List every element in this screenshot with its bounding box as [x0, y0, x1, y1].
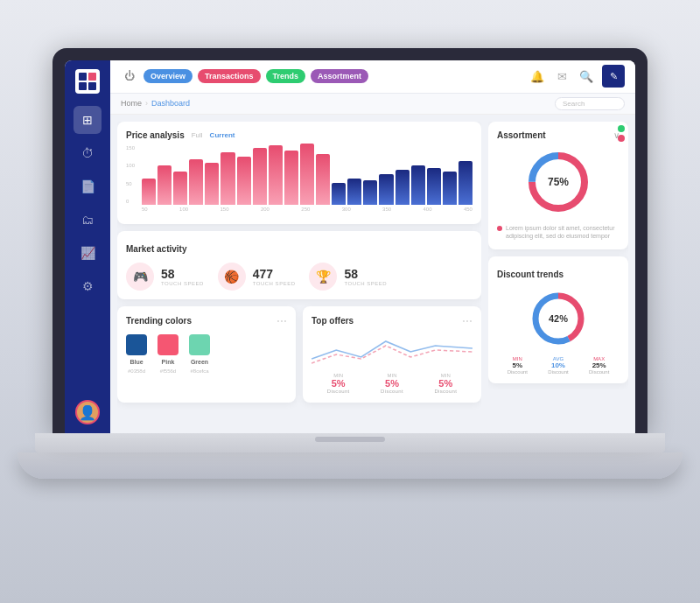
bell-icon[interactable]: 🔔	[528, 67, 546, 85]
topbar: ⏻ Overview Transactions Trends Assortmen…	[110, 60, 635, 94]
sidebar-item-time[interactable]: ⏱	[74, 139, 102, 167]
red-dot-indicator	[497, 226, 502, 231]
breadcrumb-separator: ›	[145, 99, 148, 108]
market-item-gamepad: 🎮 58 TOUCH SPEED	[126, 263, 204, 291]
offers-header: Top offers ⋯	[312, 315, 472, 327]
sidebar-item-doc[interactable]: 📄	[74, 172, 102, 200]
status-indicators	[618, 125, 625, 142]
screen: ⊞ ⏱ 📄 🗂 📈 ⚙ ⏻ Overview Transactions Tren…	[65, 60, 635, 433]
breadcrumb-current: Dashboard	[151, 99, 190, 108]
discount-donut: 42%	[497, 288, 620, 349]
trophy-label: TOUCH SPEED	[344, 281, 387, 286]
assortment-header: Assortment ∨	[497, 130, 620, 140]
screen-bezel: ⊞ ⏱ 📄 🗂 📈 ⚙ ⏻ Overview Transactions Tren…	[52, 48, 648, 433]
discount-max: MAX 25% Discount	[589, 356, 609, 375]
chart-bar	[332, 183, 346, 205]
market-stat-basketball: 477 TOUCH SPEED	[253, 267, 296, 286]
sidebar-item-home[interactable]: ⊞	[74, 106, 102, 134]
y-axis-labels: 150 100 50 0	[126, 145, 135, 205]
trophy-value: 58	[344, 267, 387, 281]
power-icon: ⏻	[121, 67, 138, 85]
discount-header: Discount trends	[497, 265, 620, 281]
market-icons-row: 🎮 58 TOUCH SPEED 🏀 477	[126, 263, 472, 291]
chart-bar	[396, 170, 410, 205]
sidebar-item-settings[interactable]: ⚙	[74, 272, 102, 300]
tab-transactions[interactable]: Transactions	[198, 69, 261, 83]
mail-icon[interactable]: ✉	[553, 67, 570, 85]
breadcrumb: Home › Dashboard Search	[110, 94, 635, 115]
tab-overview[interactable]: Overview	[144, 69, 192, 83]
avatar[interactable]	[75, 400, 100, 424]
sidebar-item-files[interactable]: 🗂	[74, 206, 102, 234]
app-logo	[75, 69, 100, 94]
search-input[interactable]: Search	[555, 97, 625, 110]
left-column: Price analysis Full Current 150 100 50 0	[117, 122, 481, 426]
chart-bar	[189, 159, 203, 205]
discount-trends-card: Discount trends 42%	[488, 256, 628, 383]
sidebar: ⊞ ⏱ 📄 🗂 📈 ⚙	[65, 60, 110, 433]
sparkline	[312, 333, 472, 368]
breadcrumb-home[interactable]: Home	[121, 99, 142, 108]
blue-code: #0358d	[128, 368, 145, 374]
green-name: Green	[191, 359, 208, 365]
offer-stat-3: MIN 5% Discount	[434, 373, 457, 394]
color-pink: Pink #f556d	[158, 334, 178, 374]
basketball-value: 477	[253, 267, 296, 281]
market-activity-title: Market activity	[126, 244, 186, 254]
assortment-desc-text: Lorem ipsum dolor sit amet, consectetur …	[506, 224, 620, 242]
pink-swatch	[158, 334, 178, 355]
assortment-donut: 75%	[497, 147, 620, 217]
offers-more-icon[interactable]: ⋯	[462, 315, 472, 327]
pink-name: Pink	[162, 359, 175, 365]
toggle-current[interactable]: Current	[210, 131, 235, 139]
market-activity-card: Market activity 🎮 58 TOUCH SPEED	[117, 231, 481, 299]
chart-bar	[300, 144, 314, 205]
sidebar-item-analytics[interactable]: 📈	[74, 239, 102, 267]
more-icon[interactable]: ⋯	[276, 315, 287, 327]
market-activity-header: Market activity	[126, 240, 472, 256]
tab-trends[interactable]: Trends	[266, 69, 306, 83]
bottom-row: Trending colors ⋯ Blue #0358d	[117, 306, 481, 403]
chart-bar	[220, 152, 234, 205]
chart-bar	[173, 172, 187, 205]
colors-row: Blue #0358d Pink #f556d	[126, 334, 287, 374]
gamepad-value: 58	[161, 267, 204, 281]
price-analysis-title: Price analysis	[126, 130, 185, 140]
discount-min: MIN 5% Discount	[508, 356, 528, 375]
chart-bar	[411, 165, 425, 205]
bars-container	[142, 145, 472, 205]
laptop-base	[35, 433, 665, 452]
chart-bar	[379, 174, 393, 205]
chart-bar	[316, 154, 330, 205]
trending-colors-card: Trending colors ⋯ Blue #0358d	[117, 306, 296, 403]
discount-avg: AVG 10% Discount	[548, 356, 568, 375]
offer-stat-2: MIN 5% Discount	[381, 373, 403, 394]
chart-bar	[363, 180, 377, 205]
edit-button[interactable]: ✎	[602, 65, 625, 88]
toggle-full[interactable]: Full	[192, 131, 203, 139]
price-analysis-card: Price analysis Full Current 150 100 50 0	[117, 122, 481, 224]
assortment-percent: 75%	[548, 176, 569, 188]
tab-assortment[interactable]: Assortment	[311, 69, 368, 83]
chart-bar	[253, 148, 267, 205]
chart-bar	[158, 165, 172, 205]
blue-swatch	[126, 334, 147, 355]
pink-code: #f556d	[160, 368, 176, 374]
chart-bar	[443, 172, 457, 205]
gamepad-icon: 🎮	[126, 263, 154, 291]
top-offers-title: Top offers	[312, 316, 354, 326]
laptop-bottom	[18, 452, 682, 479]
basketball-label: TOUCH SPEED	[253, 281, 296, 286]
assortment-title: Assortment	[497, 130, 546, 140]
price-analysis-header: Price analysis Full Current	[126, 130, 472, 140]
blue-name: Blue	[130, 359, 143, 365]
chart-bar	[458, 161, 472, 205]
x-axis-labels: 50 100 150 200 250 300 350 400 450	[142, 207, 472, 212]
discount-percent: 42%	[549, 313, 568, 324]
search-icon[interactable]: 🔍	[578, 67, 595, 85]
green-code: #8cefca	[190, 368, 208, 374]
basketball-icon: 🏀	[218, 263, 246, 291]
market-stat-gamepad: 58 TOUCH SPEED	[161, 267, 204, 286]
chart-bar	[284, 151, 298, 205]
color-green: Green #8cefca	[189, 334, 210, 374]
